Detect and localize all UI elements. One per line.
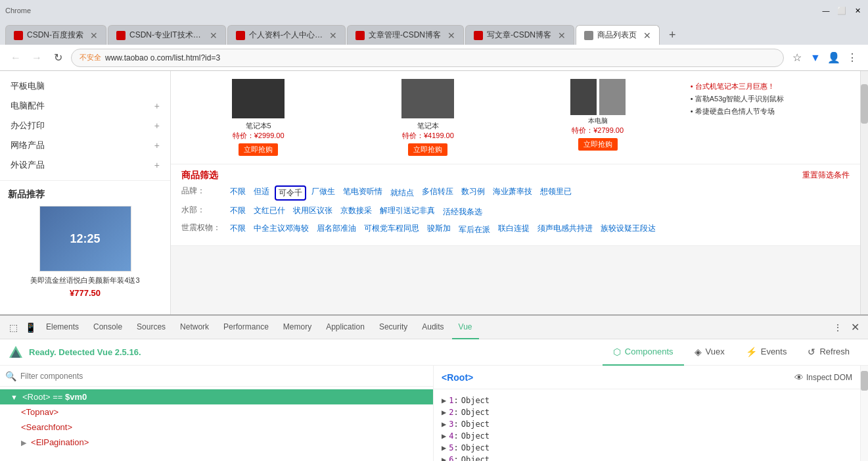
water-tags: 不限 文红已什 状用区议张 京数接采 解理引送记非真 活经我条选	[227, 205, 850, 218]
profile-icon[interactable]: 👤	[826, 50, 842, 66]
new-tab-button[interactable]: +	[661, 25, 684, 45]
world-tag-7[interactable]: 须声电感共持进	[535, 222, 595, 236]
minimize-btn[interactable]: —	[821, 5, 831, 16]
tab-close-2[interactable]: ✕	[210, 30, 217, 41]
arrow-5[interactable]: ▶	[442, 443, 446, 452]
brand-tag-4[interactable]: 就结点	[388, 187, 417, 201]
water-tag-5[interactable]: 活经我条选	[440, 206, 485, 218]
filter-reset-link[interactable]: 重置筛选条件	[802, 170, 850, 182]
tab-performance[interactable]: Performance	[217, 316, 275, 339]
brand-tag-highlighted[interactable]: 可令千	[275, 185, 306, 201]
bookmark-icon[interactable]: ☆	[789, 50, 805, 66]
tab-console[interactable]: Console	[87, 316, 129, 339]
tree-item-searchfont[interactable]: <Searchfont>	[0, 420, 433, 435]
devtools-select-icon[interactable]: ⬚	[5, 320, 21, 335]
tab-close-5[interactable]: ✕	[558, 30, 566, 41]
scrollbar-thumb[interactable]	[861, 84, 868, 124]
tab-elements[interactable]: Elements	[39, 316, 85, 339]
brand-tag-unlimited[interactable]: 不限	[227, 185, 248, 201]
tab-network[interactable]: Network	[173, 316, 216, 339]
tab-audits[interactable]: Audits	[415, 316, 450, 339]
devtools-scrollbar-thumb[interactable]	[861, 371, 868, 391]
tree-eq-root: ==	[53, 392, 65, 402]
vue-tab-components[interactable]: ⬡ Components	[603, 339, 684, 366]
brand-tag-1[interactable]: 但适	[251, 185, 272, 201]
tab-security[interactable]: Security	[373, 316, 414, 339]
world-tag-8[interactable]: 族较设疑王段达	[598, 222, 658, 236]
water-tag-2[interactable]: 状用区议张	[290, 205, 335, 218]
brand-tag-8[interactable]: 想领里已	[537, 185, 574, 201]
sidebar-item-office[interactable]: 办公打印 +	[0, 116, 170, 135]
reload-button[interactable]: ↻	[50, 50, 66, 66]
tab-close-3[interactable]: ✕	[329, 30, 337, 41]
brand-tag-2[interactable]: 厂做生	[309, 185, 338, 201]
tab-application[interactable]: Application	[319, 316, 371, 339]
tab-articles[interactable]: 文章管理-CSDN博客 ✕	[347, 25, 464, 45]
tab-sources[interactable]: Sources	[130, 316, 172, 339]
close-btn[interactable]: ✕	[852, 5, 863, 16]
maximize-btn[interactable]: ⬜	[836, 5, 847, 16]
vue-tab-events[interactable]: ⚡ Events	[735, 339, 798, 366]
tree-tag-root: <Root>	[22, 392, 51, 402]
world-tag-4[interactable]: 骏斯加	[424, 222, 453, 236]
water-tag-4[interactable]: 解理引送记非真	[377, 205, 438, 218]
arrow-1[interactable]: ▶	[442, 396, 446, 405]
buy-btn-2[interactable]: 立即抢购	[408, 143, 447, 156]
buy-btn-1[interactable]: 立即抢购	[239, 143, 278, 156]
sidebar-item-peripherals[interactable]: 外设产品 +	[0, 155, 170, 175]
world-tag-5[interactable]: 军后在派	[456, 224, 493, 236]
tab-csdn-baidu[interactable]: CSDN-百度搜索 ✕	[5, 25, 106, 45]
arrow-3[interactable]: ▶	[442, 420, 446, 429]
tab-vue[interactable]: Vue	[452, 316, 479, 339]
brand-tag-7[interactable]: 海业萧率技	[490, 185, 535, 201]
more-options-icon[interactable]: ⋮	[830, 320, 846, 335]
brand-tag-6[interactable]: 数习例	[459, 185, 488, 201]
data-row-5: ▶ 5 : Object	[442, 442, 852, 454]
sidebar-item-tablet[interactable]: 平板电脑	[0, 76, 170, 96]
world-tag-2[interactable]: 眉名部准油	[314, 222, 359, 236]
water-tag-1[interactable]: 文红已什	[251, 205, 288, 218]
product-name: 美即流金丝语悦白美颜新年装4送3	[8, 276, 162, 285]
sidebar-item-network[interactable]: 网络产品 +	[0, 135, 170, 155]
page-scrollbar[interactable]	[860, 71, 868, 314]
inspect-dom-button[interactable]: 👁 Inspect DOM	[794, 372, 852, 383]
tab-profile[interactable]: 个人资料-个人中心-C... ✕	[227, 25, 346, 45]
filter-components-input[interactable]	[20, 372, 428, 381]
back-button[interactable]: ←	[8, 50, 24, 66]
vue-tab-vuex[interactable]: ◈ Vuex	[684, 339, 735, 366]
buy-btn-3[interactable]: 立即抢购	[578, 138, 618, 151]
brand-tag-3[interactable]: 笔电资听情	[340, 185, 385, 201]
url-bar[interactable]: 不安全 www.taobao o.com/list.html?id=3	[71, 49, 784, 67]
tree-item-topnav[interactable]: <Topnav>	[0, 404, 433, 420]
tab-product-list[interactable]: 商品列表页 ✕	[576, 25, 660, 45]
tree-item-elpagination[interactable]: ▶ <ElPagination>	[0, 435, 433, 450]
sidebar-item-accessories[interactable]: 电脑配件 +	[0, 96, 170, 116]
devtools-close-icon[interactable]: ✕	[847, 320, 863, 335]
tab-close-4[interactable]: ✕	[447, 30, 455, 41]
address-bar: ← → ↻ 不安全 www.taobao o.com/list.html?id=…	[0, 45, 868, 71]
feat-img-3a	[570, 79, 597, 115]
world-tag-6[interactable]: 联白连提	[495, 222, 532, 236]
tree-item-root[interactable]: ▼ <Root> == $vm0	[0, 389, 433, 404]
world-tag-0[interactable]: 不限	[227, 222, 248, 236]
devtools-device-icon[interactable]: 📱	[22, 320, 38, 335]
forward-button[interactable]: →	[29, 50, 45, 66]
tab-write[interactable]: 写文章-CSDN博客 ✕	[465, 25, 574, 45]
water-tag-3[interactable]: 京数接采	[338, 205, 375, 218]
brand-tag-5[interactable]: 多信转压	[419, 185, 456, 201]
vue-tab-refresh[interactable]: ↺ Refresh	[797, 339, 860, 366]
water-tag-0[interactable]: 不限	[227, 205, 248, 218]
tab-close-6[interactable]: ✕	[643, 30, 651, 41]
chrome-menu-icon[interactable]: ▼	[808, 50, 823, 66]
arrow-6[interactable]: ▶	[442, 455, 446, 461]
tree-tag-topnav: <Topnav>	[21, 407, 58, 417]
world-tag-1[interactable]: 中全主议邓海较	[251, 222, 311, 236]
more-menu-icon[interactable]: ⋮	[844, 50, 860, 66]
tab-memory[interactable]: Memory	[277, 316, 318, 339]
arrow-2[interactable]: ▶	[442, 408, 446, 417]
arrow-4[interactable]: ▶	[442, 431, 446, 441]
tab-csdn-it[interactable]: CSDN-专业IT技术社区 ✕	[108, 25, 226, 45]
tab-close-1[interactable]: ✕	[90, 30, 98, 41]
devtools-scrollbar[interactable]	[860, 366, 868, 461]
world-tag-3[interactable]: 可根党车程同思	[361, 222, 422, 236]
